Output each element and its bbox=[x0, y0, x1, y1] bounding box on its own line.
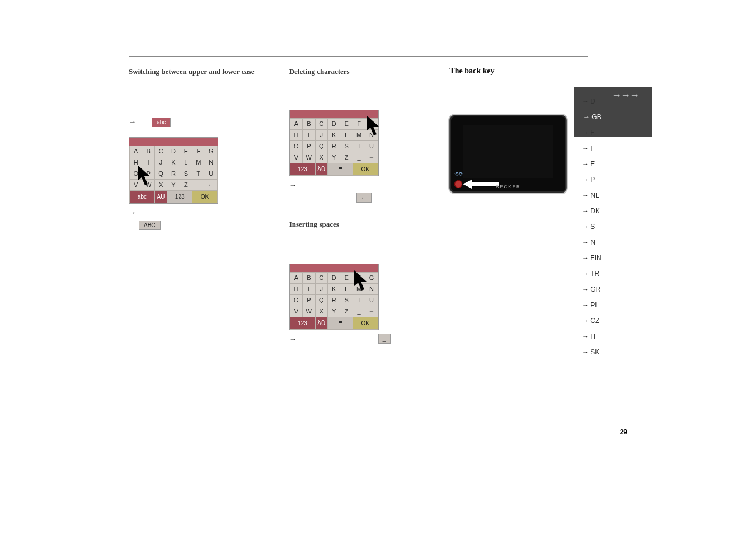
nav-item-E[interactable]: E bbox=[580, 156, 652, 172]
nav-item-NL[interactable]: NL bbox=[580, 188, 652, 203]
column-delete-insert: Deleting characters ABCDEFG HIJKLMN OPQR… bbox=[289, 67, 428, 344]
nav-item-GR[interactable]: GR bbox=[580, 282, 652, 297]
nav-item-H[interactable]: H bbox=[580, 329, 652, 344]
heading-case-switch: Switching between upper and lower case bbox=[129, 67, 267, 77]
nav-item-D[interactable]: D bbox=[580, 93, 652, 109]
nav-item-GB[interactable]: GB bbox=[580, 109, 652, 125]
column-back-key: The back key ⟲⟳ BECKER bbox=[449, 67, 588, 344]
heading-inserting: Inserting spaces bbox=[289, 219, 428, 230]
nav-item-I[interactable]: I bbox=[580, 140, 652, 156]
column-case-switch: Switching between upper and lower case a… bbox=[129, 67, 267, 344]
heading-back-key: The back key bbox=[449, 67, 588, 76]
nav-item-S[interactable]: S bbox=[580, 219, 652, 235]
abc-key[interactable]: abc bbox=[152, 118, 171, 127]
device-photo: ⟲⟳ BECKER bbox=[449, 115, 567, 193]
nav-item-TR[interactable]: TR bbox=[580, 266, 652, 282]
country-nav: DGBFIEPNLDKSNFINTRGRPLCZHSK bbox=[580, 57, 652, 360]
nav-item-DK[interactable]: DK bbox=[580, 203, 652, 219]
keypad-delete[interactable]: ABCDEFG HIJKLMN OPQRSTU VWXYZ_← 123ÄÜ≣OK bbox=[289, 110, 428, 176]
arrow-bullet bbox=[289, 334, 300, 344]
arrow-bullet bbox=[129, 207, 267, 217]
nav-item-FIN[interactable]: FIN bbox=[580, 250, 652, 266]
page-number: 29 bbox=[620, 428, 627, 436]
row-press-abc: abc bbox=[129, 116, 267, 127]
space-key[interactable]: _ bbox=[378, 334, 391, 344]
ABC-key[interactable]: ABC bbox=[139, 221, 161, 230]
nav-item-N[interactable]: N bbox=[580, 235, 652, 250]
heading-deleting: Deleting characters bbox=[289, 67, 428, 77]
header-rule bbox=[129, 56, 588, 57]
nav-item-CZ[interactable]: CZ bbox=[580, 313, 652, 329]
nav-item-SK[interactable]: SK bbox=[580, 344, 652, 360]
nav-item-F[interactable]: F bbox=[580, 125, 652, 140]
svg-marker-0 bbox=[462, 179, 499, 189]
arrow-bullet bbox=[289, 180, 428, 190]
device-back-button[interactable] bbox=[454, 180, 462, 188]
nav-item-P[interactable]: P bbox=[580, 172, 652, 188]
arrow-bullet bbox=[129, 116, 139, 126]
backspace-key[interactable]: ← bbox=[356, 193, 372, 203]
keypad-space[interactable]: ABCDEFG HIJKLMN OPQRSTU VWXYZ_← 123ÄÜ≣OK bbox=[289, 264, 428, 330]
device-brand: BECKER bbox=[496, 184, 521, 189]
nav-item-PL[interactable]: PL bbox=[580, 297, 652, 313]
keypad-case[interactable]: ABCDEFG HIJKLMN OPQRSTU VWXYZ_← abcÄÜ123… bbox=[129, 137, 267, 204]
